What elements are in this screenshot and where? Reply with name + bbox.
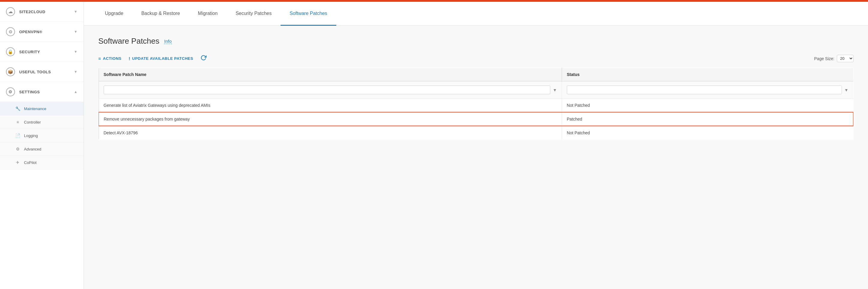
chevron-down-icon: ▼ bbox=[74, 50, 78, 54]
filter-icon[interactable]: ▼ bbox=[553, 88, 557, 93]
sidebar-item-maintenance[interactable]: 🔧 Maintenance bbox=[0, 102, 84, 115]
sidebar-sub-item-label: Logging bbox=[24, 134, 38, 138]
update-patches-button[interactable]: ! UPDATE AVAILABLE PATCHES bbox=[129, 54, 193, 63]
software-patches-table: Software Patch Name Status ▼ bbox=[98, 68, 854, 140]
page-size-control: Page Size: 10 20 50 100 bbox=[814, 55, 854, 62]
logging-icon: 📄 bbox=[15, 133, 20, 138]
settings-icon: ⚙ bbox=[6, 87, 15, 96]
sidebar-item-openvpn[interactable]: ⊙ OPENVPN® ▼ bbox=[0, 22, 84, 42]
sidebar-item-label: SITE2CLOUD bbox=[19, 9, 45, 14]
sidebar-item-useful-tools[interactable]: 📦 USEFUL TOOLS ▼ bbox=[0, 62, 84, 82]
sidebar-item-label: USEFUL TOOLS bbox=[19, 70, 51, 74]
exclamation-icon: ! bbox=[129, 56, 130, 61]
table-row-highlighted[interactable]: Remove unnecessary packages from gateway… bbox=[99, 112, 853, 126]
name-filter-cell: ▼ bbox=[99, 81, 562, 99]
patch-name-cell: Detect AVX-18796 bbox=[99, 126, 562, 140]
tab-backup-restore[interactable]: Backup & Restore bbox=[132, 2, 189, 26]
table-row[interactable]: Detect AVX-18796 Not Patched bbox=[99, 126, 853, 140]
filter-row: ▼ ▼ bbox=[99, 81, 853, 99]
actions-button[interactable]: ≡ ACTIONS bbox=[98, 54, 121, 63]
chevron-down-icon: ▼ bbox=[74, 30, 78, 34]
page-header: Software Patches Info bbox=[98, 36, 854, 46]
top-nav: Upgrade Backup & Restore Migration Secur… bbox=[84, 2, 868, 26]
table-row[interactable]: Generate list of Aviatrix Gateways using… bbox=[99, 99, 853, 112]
patch-name-cell: Remove unnecessary packages from gateway bbox=[99, 112, 562, 126]
useful-tools-icon: 📦 bbox=[6, 67, 15, 76]
security-icon: 🔒 bbox=[6, 47, 15, 56]
tab-software-patches[interactable]: Software Patches bbox=[281, 2, 336, 26]
refresh-icon bbox=[200, 55, 207, 61]
tab-migration[interactable]: Migration bbox=[189, 2, 226, 26]
col-header-name: Software Patch Name bbox=[99, 68, 562, 81]
patch-status-cell: Not Patched bbox=[562, 99, 853, 112]
sidebar-sub-item-label: Controller bbox=[24, 120, 41, 124]
openvpn-icon: ⊙ bbox=[6, 27, 15, 36]
page-content: Software Patches Info ≡ ACTIONS ! UPDATE… bbox=[84, 26, 868, 289]
name-filter-input[interactable] bbox=[104, 85, 551, 94]
tab-upgrade[interactable]: Upgrade bbox=[96, 2, 132, 26]
site2cloud-icon: ☁ bbox=[6, 7, 15, 16]
chevron-down-icon: ▼ bbox=[74, 9, 78, 14]
status-filter-input[interactable] bbox=[567, 85, 842, 94]
list-icon: ≡ bbox=[98, 56, 101, 61]
toolbar: ≡ ACTIONS ! UPDATE AVAILABLE PATCHES Pag… bbox=[98, 54, 854, 63]
patch-name-cell: Generate list of Aviatrix Gateways using… bbox=[99, 99, 562, 112]
chevron-up-icon: ▲ bbox=[74, 90, 78, 94]
settings-submenu: 🔧 Maintenance ≡ Controller 📄 Logging ⚙ A… bbox=[0, 102, 84, 169]
page-size-select[interactable]: 10 20 50 100 bbox=[837, 55, 854, 62]
sidebar-item-label: OPENVPN® bbox=[19, 30, 42, 34]
controller-icon: ≡ bbox=[15, 120, 20, 124]
sidebar-item-security[interactable]: 🔒 SECURITY ▼ bbox=[0, 42, 84, 62]
chevron-down-icon: ▼ bbox=[74, 70, 78, 74]
filter-icon[interactable]: ▼ bbox=[844, 88, 848, 93]
sidebar-item-logging[interactable]: 📄 Logging bbox=[0, 129, 84, 142]
maintenance-icon: 🔧 bbox=[15, 106, 20, 111]
sidebar-item-copilot[interactable]: ✈ CoPilot bbox=[0, 156, 84, 169]
main-content: Upgrade Backup & Restore Migration Secur… bbox=[84, 2, 868, 289]
patch-status-cell: Patched bbox=[562, 112, 853, 126]
sidebar-sub-item-label: Advanced bbox=[24, 147, 41, 151]
page-size-label: Page Size: bbox=[814, 56, 834, 61]
status-filter-cell: ▼ bbox=[562, 81, 853, 99]
sidebar-item-label: SECURITY bbox=[19, 50, 40, 54]
sidebar-sub-item-label: CoPilot bbox=[24, 160, 37, 165]
copilot-icon: ✈ bbox=[15, 160, 20, 165]
sidebar-sub-item-label: Maintenance bbox=[24, 107, 46, 111]
patch-status-cell: Not Patched bbox=[562, 126, 853, 140]
page-title: Software Patches bbox=[98, 36, 159, 46]
sidebar-item-settings[interactable]: ⚙ SETTINGS ▲ bbox=[0, 82, 84, 102]
advanced-icon: ⚙ bbox=[15, 147, 20, 151]
sidebar-item-label: SETTINGS bbox=[19, 90, 40, 94]
sidebar-item-controller[interactable]: ≡ Controller bbox=[0, 115, 84, 129]
tab-security-patches[interactable]: Security Patches bbox=[226, 2, 281, 26]
sidebar: ☁ SITE2CLOUD ▼ ⊙ OPENVPN® ▼ 🔒 SECURITY ▼… bbox=[0, 2, 84, 289]
sidebar-item-site2cloud[interactable]: ☁ SITE2CLOUD ▼ bbox=[0, 2, 84, 22]
refresh-button[interactable] bbox=[200, 55, 207, 62]
info-link[interactable]: Info bbox=[164, 39, 172, 44]
col-header-status: Status bbox=[562, 68, 853, 81]
sidebar-item-advanced[interactable]: ⚙ Advanced bbox=[0, 142, 84, 156]
